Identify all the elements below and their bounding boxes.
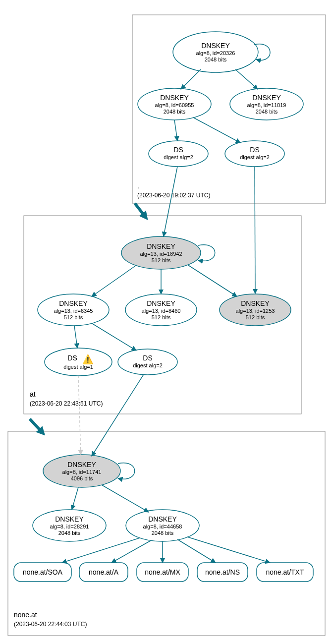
svg-text:alg=13, id=8460: alg=13, id=8460: [142, 308, 181, 314]
svg-text:512 bits: 512 bits: [152, 314, 171, 320]
zone-label-root: .: [137, 182, 139, 190]
node-dnskey-20326: DNSKEY alg=8, id=20326 2048 bits: [173, 32, 258, 72]
edge-deleg-at-noneat: [30, 419, 42, 432]
svg-text:none.at/TXT: none.at/TXT: [266, 568, 304, 576]
svg-text:alg=8, id=11019: alg=8, id=11019: [247, 102, 286, 108]
svg-text:none.at/MX: none.at/MX: [145, 568, 180, 576]
svg-text:DS: DS: [173, 146, 183, 154]
edge-18942-6345: [92, 265, 136, 296]
svg-text:DNSKEY: DNSKEY: [147, 299, 175, 307]
svg-text:digest alg=2: digest alg=2: [240, 154, 270, 160]
node-dnskey-11019: DNSKEY alg=8, id=11019 2048 bits: [230, 88, 303, 120]
node-ds-root-a: DS digest alg=2: [149, 141, 208, 167]
node-dnskey-18942: DNSKEY alg=13, id=18942 512 bits: [121, 236, 201, 269]
svg-point-16: [225, 141, 284, 167]
svg-text:none.at/SOA: none.at/SOA: [23, 568, 63, 576]
edge-44658-a: [111, 540, 151, 563]
svg-text:DNSKEY: DNSKEY: [59, 299, 88, 307]
warning-icon: ⚠️: [82, 354, 94, 365]
svg-text:DS: DS: [143, 354, 152, 362]
node-dnskey-28291: DNSKEY alg=8, id=28291 2048 bits: [33, 510, 106, 541]
svg-text:2048 bits: 2048 bits: [152, 530, 174, 536]
svg-point-13: [149, 141, 208, 167]
node-dnskey-1253: DNSKEY alg=13, id=1253 512 bits: [220, 294, 291, 326]
svg-text:digest alg=2: digest alg=2: [164, 154, 193, 160]
svg-text:alg=8, id=44658: alg=8, id=44658: [143, 524, 182, 529]
zone-timestamp-root: (2023-06-20 19:02:37 UTC): [137, 192, 210, 199]
edge-11741-44658: [102, 485, 149, 512]
svg-point-38: [118, 349, 177, 375]
edge-6345-dswarn: [74, 326, 77, 348]
edge-deleg-root-at: [135, 203, 145, 217]
node-ds-root-b: DS digest alg=2: [225, 141, 284, 167]
svg-text:2048 bits: 2048 bits: [205, 57, 227, 62]
rr-a: none.at/A: [79, 563, 128, 582]
svg-text:2048 bits: 2048 bits: [256, 109, 278, 115]
rr-ns: none.at/NS: [197, 563, 248, 582]
edge-18942-1253: [188, 265, 237, 296]
svg-text:alg=8, id=60955: alg=8, id=60955: [155, 102, 194, 108]
rr-txt: none.at/TXT: [257, 563, 313, 582]
svg-text:digest alg=2: digest alg=2: [133, 362, 163, 368]
svg-text:512 bits: 512 bits: [64, 314, 83, 320]
edge-11741-28291: [72, 487, 78, 510]
edge-dsa-18942: [164, 167, 177, 236]
svg-text:512 bits: 512 bits: [152, 257, 171, 263]
svg-text:alg=13, id=18942: alg=13, id=18942: [140, 251, 182, 257]
rr-mx: none.at/MX: [137, 563, 188, 582]
zone-timestamp-none-at: (2023-06-20 22:44:03 UTC): [14, 621, 87, 628]
svg-text:DNSKEY: DNSKEY: [241, 299, 270, 307]
svg-text:DS: DS: [67, 354, 77, 362]
rr-soa: none.at/SOA: [14, 563, 71, 582]
edge-20326-11019: [235, 69, 258, 89]
svg-text:digest alg=1: digest alg=1: [63, 364, 93, 370]
edge-44658-txt: [187, 537, 270, 563]
svg-text:DNSKEY: DNSKEY: [148, 515, 177, 523]
svg-text:512 bits: 512 bits: [246, 314, 265, 320]
svg-point-35: [45, 348, 112, 376]
svg-text:DNSKEY: DNSKEY: [147, 242, 175, 250]
svg-text:none.at/NS: none.at/NS: [205, 568, 240, 576]
svg-text:alg=8, id=11741: alg=8, id=11741: [62, 469, 102, 475]
svg-text:2048 bits: 2048 bits: [58, 530, 81, 536]
svg-text:2048 bits: 2048 bits: [164, 109, 186, 115]
node-dnskey-11741: DNSKEY alg=8, id=11741 4096 bits: [43, 455, 120, 487]
edge-60955-dsb: [193, 117, 240, 143]
svg-text:alg=13, id=1253: alg=13, id=1253: [236, 308, 275, 314]
node-ds-at-2: DS digest alg=2: [118, 349, 177, 375]
edge-dswarn-11741: [78, 376, 81, 455]
edge-44658-ns: [177, 539, 216, 563]
node-dnskey-44658: DNSKEY alg=8, id=44658 2048 bits: [126, 510, 199, 541]
svg-text:none.at/A: none.at/A: [89, 568, 119, 576]
svg-text:alg=13, id=6345: alg=13, id=6345: [54, 308, 93, 314]
svg-text:DNSKEY: DNSKEY: [67, 461, 96, 468]
node-dnskey-60955: DNSKEY alg=8, id=60955 2048 bits: [138, 88, 211, 120]
svg-text:DS: DS: [250, 146, 259, 154]
edge-dsb-1253: [255, 167, 255, 293]
svg-text:alg=8, id=28291: alg=8, id=28291: [50, 524, 89, 529]
edge-20326-60955: [181, 69, 201, 89]
dnssec-graph: . (2023-06-20 19:02:37 UTC) DNSKEY alg=8…: [0, 0, 333, 644]
svg-text:DNSKEY: DNSKEY: [55, 515, 84, 523]
svg-text:DNSKEY: DNSKEY: [160, 94, 189, 102]
node-dnskey-8460: DNSKEY alg=13, id=8460 512 bits: [125, 294, 197, 326]
svg-text:4096 bits: 4096 bits: [71, 475, 93, 481]
edge-6345-ds2: [92, 323, 136, 351]
svg-text:DNSKEY: DNSKEY: [252, 94, 281, 102]
edge-60955-dsa: [174, 120, 177, 141]
node-dnskey-6345: DNSKEY alg=13, id=6345 512 bits: [38, 294, 109, 326]
svg-text:DNSKEY: DNSKEY: [201, 42, 230, 50]
zone-label-none-at: none.at: [14, 611, 37, 619]
zone-label-at: at: [30, 390, 36, 398]
node-ds-at-warn: DS ⚠️ digest alg=1: [45, 348, 112, 376]
edge-ds2-11741: [92, 374, 144, 456]
svg-text:alg=8, id=20326: alg=8, id=20326: [196, 50, 235, 56]
zone-timestamp-at: (2023-06-20 22:43:51 UTC): [30, 400, 103, 407]
